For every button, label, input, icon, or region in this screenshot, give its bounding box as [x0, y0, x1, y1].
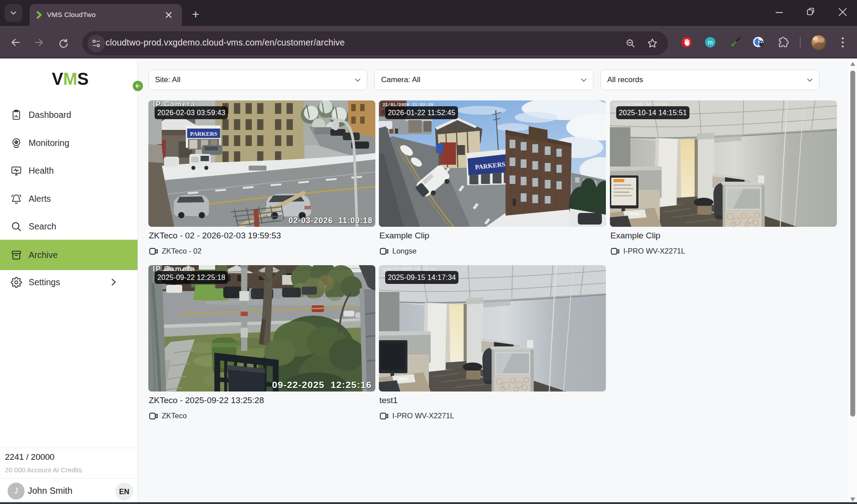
svg-text:PARKERS: PARKERS [190, 130, 217, 137]
